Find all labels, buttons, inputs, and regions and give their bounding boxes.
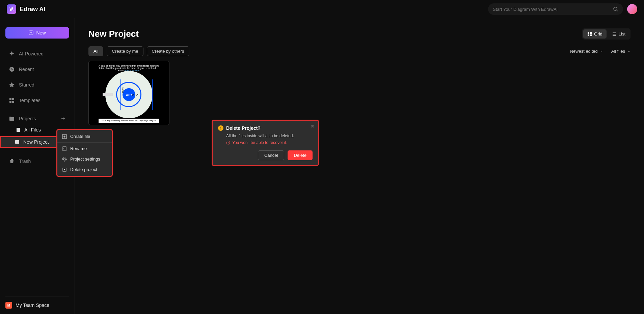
list-label: List: [619, 31, 625, 37]
error-icon: [226, 141, 230, 145]
avatar[interactable]: [627, 4, 637, 14]
ctx-label: Rename: [70, 146, 87, 151]
sidebar-item-label: Starred: [19, 82, 34, 88]
projects-label: Projects: [19, 116, 36, 121]
sidebar-item-starred[interactable]: Starred: [5, 79, 69, 91]
plus-square-icon: [62, 134, 67, 139]
ctx-label: Delete project: [70, 167, 97, 172]
header: Edraw AI: [0, 0, 644, 18]
cancel-button[interactable]: Cancel: [258, 150, 284, 160]
chevron-down-icon: [600, 50, 603, 53]
search-icon: [613, 6, 618, 12]
new-button-label: New: [36, 30, 46, 35]
dialog-message: All the files inside will also be delete…: [226, 134, 313, 138]
add-project-icon[interactable]: [60, 116, 66, 121]
svg-point-0: [614, 7, 617, 10]
delete-button[interactable]: Delete: [288, 150, 313, 160]
chevron-down-icon: [627, 50, 630, 53]
project-icon: [15, 139, 20, 145]
close-icon[interactable]: ✕: [311, 123, 315, 129]
svg-rect-8: [15, 140, 19, 144]
sidebar-item-ai-powered[interactable]: AI-Powered: [5, 48, 69, 59]
app-name: Edraw AI: [20, 6, 45, 13]
file-filter-dropdown[interactable]: All files: [611, 49, 630, 54]
sidebar-item-label: Recent: [19, 67, 34, 72]
sidebar-item-label: AI-Powered: [19, 51, 44, 56]
sidebar-item-label: New Project: [23, 139, 49, 145]
sidebar-footer[interactable]: M My Team Space: [5, 296, 69, 314]
sort-label: Newest edited: [570, 49, 597, 54]
list-icon: [612, 32, 617, 37]
sidebar-item-recent[interactable]: Recent: [5, 64, 69, 75]
list-view-button[interactable]: List: [608, 29, 629, 39]
folder-icon: [9, 116, 15, 122]
view-toggle: Grid List: [582, 28, 630, 40]
projects-header: Projects: [5, 113, 69, 124]
context-menu: Create file Rename Project settings Dele…: [56, 129, 113, 177]
ctx-label: Create file: [70, 134, 90, 139]
svg-rect-4: [12, 98, 14, 100]
ctx-label: Project settings: [70, 156, 100, 162]
svg-rect-9: [588, 32, 589, 34]
new-button[interactable]: New: [5, 27, 69, 39]
sidebar-item-templates[interactable]: Templates: [5, 95, 69, 106]
dialog-title: Delete Project?: [226, 125, 261, 131]
page-title: New Project: [88, 29, 139, 39]
svg-rect-7: [17, 128, 20, 132]
search-box[interactable]: [488, 3, 623, 15]
svg-rect-12: [590, 34, 592, 36]
file-thumbnail: A goal-centered way of thinking that emp…: [88, 61, 169, 125]
logo[interactable]: Edraw AI: [7, 4, 45, 14]
ctx-create-file[interactable]: Create file: [57, 131, 112, 142]
grid-icon: [587, 32, 592, 37]
ctx-settings[interactable]: Project settings: [57, 154, 112, 164]
ctx-rename[interactable]: Rename: [57, 143, 112, 154]
search-input[interactable]: [493, 7, 613, 12]
tab-by-others[interactable]: Create by others: [147, 46, 189, 56]
star-icon: [9, 82, 15, 88]
ctx-delete[interactable]: Delete project: [57, 164, 112, 175]
gear-icon: [62, 157, 67, 162]
warning-icon: !: [218, 125, 223, 131]
files-icon: [16, 127, 21, 132]
file-filter-label: All files: [611, 49, 625, 54]
dialog-warning-text: You won't be able to recover it.: [232, 140, 287, 145]
grid-view-button[interactable]: Grid: [583, 29, 607, 39]
team-icon: M: [5, 302, 12, 309]
team-space-label: My Team Space: [16, 303, 49, 308]
plus-icon: [29, 30, 33, 35]
grid-label: Grid: [594, 31, 602, 37]
delete-icon: [62, 167, 67, 172]
tab-all[interactable]: All: [88, 46, 103, 56]
main-content: New Project Grid List All Create by me C…: [75, 18, 644, 314]
templates-icon: [9, 97, 15, 103]
logo-icon: [7, 4, 16, 14]
trash-icon: [9, 158, 15, 164]
filters: All Create by me Create by others Newest…: [88, 46, 630, 56]
sidebar-item-label: All Files: [24, 127, 41, 132]
clock-icon: [9, 66, 15, 72]
sort-dropdown[interactable]: Newest edited: [570, 49, 603, 54]
svg-point-16: [62, 157, 66, 161]
svg-rect-10: [590, 32, 592, 34]
svg-rect-14: [63, 147, 66, 151]
svg-rect-5: [9, 101, 11, 103]
rename-icon: [62, 146, 67, 151]
svg-point-15: [63, 158, 65, 160]
delete-dialog: ✕ ! Delete Project? All the files inside…: [212, 120, 319, 166]
svg-rect-3: [9, 98, 11, 100]
tab-by-me[interactable]: Create by me: [107, 46, 143, 56]
dialog-warning: You won't be able to recover it.: [226, 140, 313, 145]
svg-rect-11: [588, 34, 589, 36]
sidebar-item-label: Templates: [19, 98, 41, 103]
svg-rect-6: [12, 101, 14, 103]
sparkle-icon: [9, 51, 15, 57]
sidebar-item-label: Trash: [19, 159, 31, 164]
